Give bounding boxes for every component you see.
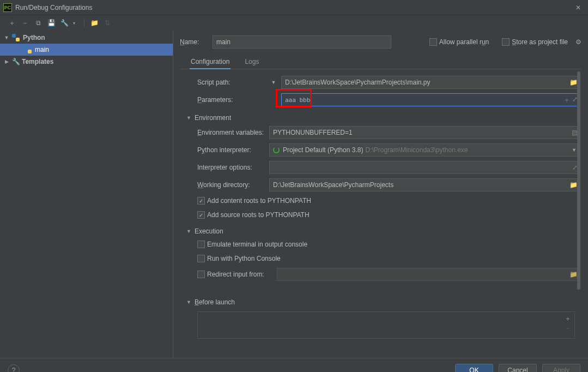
before-launch-section[interactable]: ▼ Before launch (181, 293, 580, 308)
save-config-button[interactable]: 💾 (46, 17, 57, 28)
folder-up-icon[interactable]: 📁 (89, 17, 100, 28)
tree-templates-label: Templates (22, 58, 53, 65)
store-as-project-checkbox[interactable]: Store as project file (502, 38, 568, 46)
before-launch-label: Before launch (195, 298, 235, 306)
redirect-input-checkbox[interactable]: Redirect input from: (197, 271, 274, 278)
close-icon[interactable]: ✕ (572, 4, 585, 11)
checkbox-icon (197, 255, 205, 262)
wrench-icon[interactable]: 🔧 (59, 17, 70, 28)
chevron-right-icon: ▶ (3, 59, 10, 64)
config-scroll: Script path: ▼ D:\JetBrainsWorkSpace\Pyc… (180, 69, 581, 358)
python-icon (12, 34, 20, 41)
titlebar: PC Run/Debug Configurations ✕ (0, 0, 588, 15)
wrench-icon: 🔧 (12, 58, 20, 65)
run-python-console-checkbox[interactable]: Run with Python Console (197, 255, 281, 262)
parameters-input[interactable]: aaa bbb ＋ ⤢ (281, 93, 580, 106)
add-source-roots-checkbox[interactable]: ✓ Add source roots to PYTHONPATH (197, 211, 310, 219)
add-task-button[interactable]: ＋ (565, 315, 571, 322)
tree-templates-group[interactable]: ▶ 🔧 Templates (0, 56, 173, 68)
env-vars-input[interactable]: PYTHONUNBUFFERED=1 ▤ (269, 126, 580, 139)
chevron-down-icon: ▼ (186, 299, 191, 305)
checkbox-icon (197, 241, 205, 248)
sort-icon[interactable]: ⇅ (102, 17, 113, 28)
tab-configuration[interactable]: Configuration (190, 56, 231, 69)
allow-parallel-checkbox[interactable]: Allow parallel run (429, 38, 489, 46)
tab-logs[interactable]: Logs (244, 56, 260, 69)
scrollbar[interactable] (576, 69, 581, 358)
checkbox-icon (429, 38, 437, 46)
execution-section-label: Execution (195, 227, 223, 235)
script-path-label: Script path: (197, 79, 266, 86)
env-vars-value: PYTHONUNBUFFERED=1 (273, 129, 353, 136)
emulate-terminal-checkbox[interactable]: Emulate terminal in output console (197, 241, 307, 248)
add-source-roots-label: Add source roots to PYTHONPATH (207, 211, 310, 219)
environment-section-label: Environment (195, 114, 231, 122)
gear-icon[interactable]: ⚙ (575, 38, 581, 46)
tree-item-main[interactable]: main (0, 44, 173, 56)
chevron-down-icon: ▼ (186, 115, 191, 121)
add-content-roots-label: Add content roots to PYTHONPATH (207, 197, 311, 205)
parameters-value: aaa bbb (285, 97, 310, 104)
remove-config-button[interactable]: － (20, 17, 31, 28)
checkbox-icon (502, 38, 510, 46)
allow-parallel-label: Allow parallel run (439, 38, 489, 46)
parameters-label: Parameters: (197, 96, 266, 104)
run-python-console-label: Run with Python Console (207, 255, 281, 262)
config-toolbar: ＋ － ⧉ 💾 🔧 ▾ 📁 ⇅ (0, 15, 588, 31)
working-dir-value: D:\JetBrainsWorkSpace\PycharmProjects (273, 181, 393, 189)
interpreter-dropdown[interactable]: Project Default (Python 3.8) D:\Program\… (269, 143, 580, 157)
apply-button[interactable]: Apply (542, 364, 580, 373)
name-row: Name: Allow parallel run Store as projec… (180, 31, 581, 53)
redirect-input-field: 📁 (277, 268, 580, 281)
wrench-dropdown-icon[interactable]: ▾ (69, 17, 80, 28)
interpreter-label: Python interpreter: (197, 146, 266, 154)
window-title: Run/Debug Configurations (15, 4, 572, 11)
chevron-down-icon: ▼ (186, 229, 191, 234)
ok-button[interactable]: OK (455, 364, 493, 373)
scrollbar-thumb[interactable] (577, 71, 580, 290)
checkbox-checked-icon: ✓ (197, 197, 205, 205)
pycharm-icon: PC (3, 3, 12, 12)
before-launch-list: ＋ － (197, 311, 575, 339)
tree-python-label: Python (23, 34, 45, 41)
checkbox-checked-icon: ✓ (197, 211, 205, 219)
tree-python-group[interactable]: ▼ Python (0, 32, 173, 44)
working-dir-label: Working directory: (197, 181, 266, 189)
working-dir-input[interactable]: D:\JetBrainsWorkSpace\PycharmProjects 📁 (269, 178, 580, 191)
redirect-input-label: Redirect input from: (207, 271, 264, 278)
interpreter-value: Project Default (Python 3.8) (283, 146, 363, 154)
separator (84, 19, 84, 27)
config-panel: Name: Allow parallel run Store as projec… (173, 31, 588, 358)
config-tree: ▼ Python main ▶ 🔧 Templates (0, 31, 173, 358)
checkbox-icon (197, 271, 205, 278)
name-input[interactable] (213, 35, 391, 49)
copy-config-button[interactable]: ⧉ (33, 17, 44, 28)
cancel-button[interactable]: Cancel (499, 364, 537, 373)
script-path-value: D:\JetBrainsWorkSpace\PycharmProjects\ma… (285, 79, 431, 86)
interpreter-hint: D:\Program\Miniconda3\python.exe (365, 146, 468, 154)
env-vars-label: Environment variables: (197, 129, 266, 136)
python-icon (24, 46, 32, 53)
help-button[interactable]: ? (8, 364, 20, 373)
tab-bar: Configuration Logs (180, 53, 581, 69)
remove-task-button[interactable]: － (565, 325, 571, 332)
execution-section[interactable]: ▼ Execution (181, 222, 580, 237)
footer: ? OK Cancel Apply (0, 358, 588, 372)
add-content-roots-checkbox[interactable]: ✓ Add content roots to PYTHONPATH (197, 197, 311, 205)
plus-icon[interactable]: ＋ (563, 95, 570, 105)
loading-icon (273, 147, 280, 153)
environment-section[interactable]: ▼ Environment (181, 109, 580, 124)
emulate-terminal-label: Emulate terminal in output console (207, 241, 307, 248)
chevron-down-icon[interactable]: ▼ (269, 80, 278, 85)
script-path-input[interactable]: D:\JetBrainsWorkSpace\PycharmProjects\ma… (281, 76, 580, 89)
name-label: Name: (180, 38, 207, 46)
chevron-down-icon: ▼ (3, 35, 10, 40)
add-config-button[interactable]: ＋ (7, 17, 17, 28)
store-as-project-label: Store as project file (512, 38, 568, 46)
interp-options-input[interactable]: ⤢ (269, 161, 580, 174)
interp-options-label: Interpreter options: (197, 164, 266, 171)
tree-item-label: main (35, 46, 49, 53)
